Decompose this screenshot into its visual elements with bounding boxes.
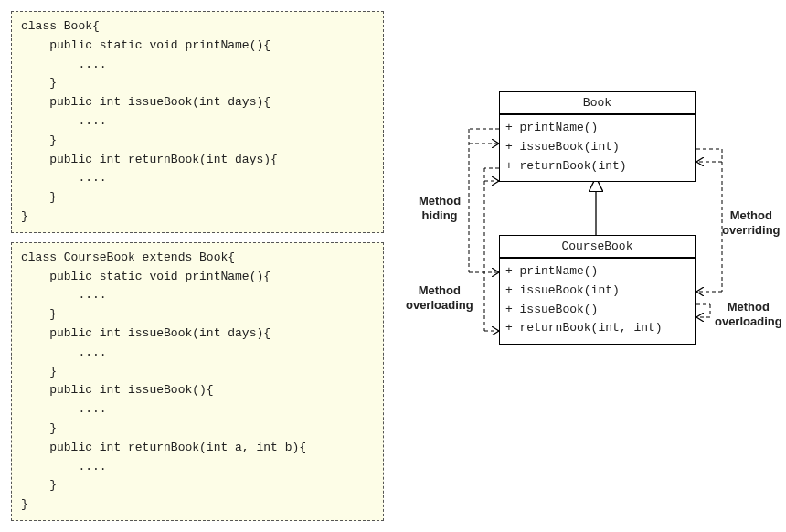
label-method-overriding: Methodoverriding: [722, 208, 781, 237]
uml-coursebook-method: + issueBook(int): [505, 282, 689, 301]
code-column: class Book{ public static void printName…: [11, 11, 384, 530]
uml-coursebook-method: + printName(): [505, 262, 689, 282]
uml-book-method: + issueBook(int): [505, 138, 689, 157]
code-coursebook: class CourseBook extends Book{ public st…: [11, 242, 384, 521]
label-method-overloading-right: Methodoverloading: [715, 300, 782, 328]
diagram-column: Book + printName() + issueBook(int) + re…: [411, 11, 775, 523]
uml-coursebook: CourseBook + printName() + issueBook(int…: [499, 235, 696, 345]
uml-coursebook-method: + issueBook(): [505, 301, 689, 320]
code-book: class Book{ public static void printName…: [11, 11, 384, 233]
uml-book-method: + returnBook(int): [505, 157, 689, 176]
uml-coursebook-method: + returnBook(int, int): [505, 319, 689, 338]
uml-book: Book + printName() + issueBook(int) + re…: [499, 91, 696, 182]
label-method-hiding: Methodhiding: [419, 194, 461, 222]
uml-book-title: Book: [500, 92, 695, 114]
uml-coursebook-title: CourseBook: [500, 236, 695, 258]
label-method-overloading-left: Methodoverloading: [406, 283, 473, 312]
uml-book-method: + printName(): [505, 119, 689, 138]
